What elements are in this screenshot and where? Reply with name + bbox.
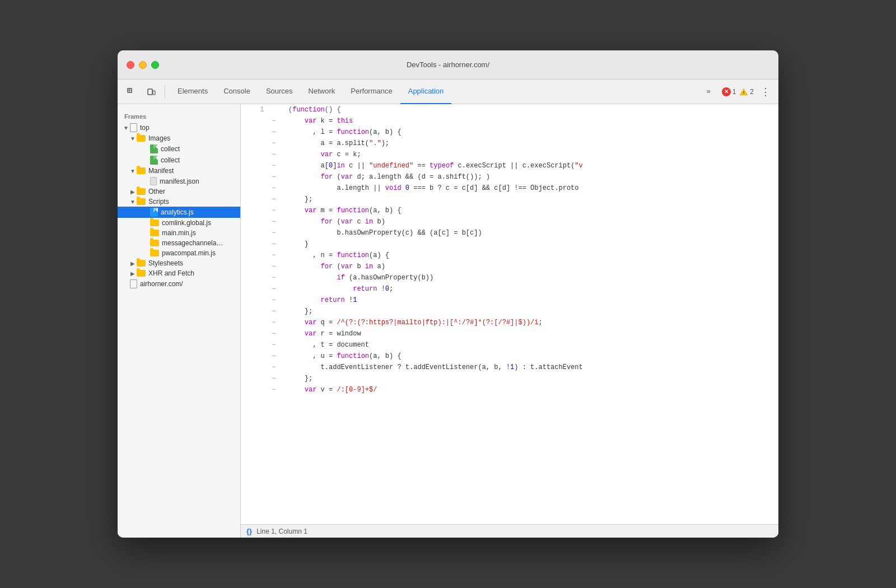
sidebar-item-comlink-global-js[interactable]: comlink.global.js — [118, 218, 240, 228]
line-number — [241, 183, 268, 194]
cursor-position: Line 1, Column 1 — [256, 528, 307, 535]
line-code: return !0; — [286, 283, 778, 295]
more-tabs-button[interactable]: » — [698, 80, 718, 104]
arrow-icon: ▶ — [129, 260, 137, 267]
sidebar-item-manifest[interactable]: ▼ Manifest — [118, 166, 240, 176]
warning-icon: ! — [739, 88, 748, 96]
code-line-8: − a.length || void 0 === b ? c = c[d] &&… — [241, 183, 778, 194]
sidebar-item-top[interactable]: ▼ top — [118, 122, 240, 133]
line-gutter: − — [268, 239, 286, 250]
sidebar-item-stylesheets[interactable]: ▶ Stylesheets — [118, 258, 240, 268]
sidebar-item-airhorner[interactable]: airhorner.com/ — [118, 278, 240, 290]
line-number — [241, 127, 268, 138]
arrow-icon: ▼ — [129, 136, 137, 142]
tree-label: airhorner.com/ — [140, 280, 183, 288]
folder-icon — [150, 240, 159, 246]
main-content: Frames ▼ top ▼ Images collect — [118, 104, 778, 538]
folder-icon — [137, 260, 146, 267]
line-code: return !1 — [286, 295, 778, 306]
sidebar-item-other[interactable]: ▶ Other — [118, 186, 240, 197]
code-line-4: − a = a.split("."); — [241, 138, 778, 149]
folder-icon — [137, 198, 146, 205]
line-code: var k = this — [286, 115, 778, 127]
device-toggle-button[interactable] — [142, 83, 160, 101]
code-line-22: − , t = document — [241, 339, 778, 351]
code-line-24: − t.addEventListener ? t.addEventListene… — [241, 362, 778, 373]
warning-count: 2 — [750, 88, 754, 96]
folder-icon — [137, 188, 146, 195]
sidebar-item-manifest-json[interactable]: manifest.json — [118, 176, 240, 186]
line-gutter: − — [268, 160, 286, 171]
arrow-icon: ▼ — [122, 125, 130, 131]
svg-rect-4 — [153, 91, 155, 95]
sidebar-item-main-min-js[interactable]: main.min.js — [118, 228, 240, 238]
tree-label: Manifest — [148, 167, 174, 175]
code-panel: 1 (function() { − var k = this − — [241, 104, 778, 538]
line-code: var c = k; — [286, 149, 778, 160]
tree-label: collect — [161, 145, 180, 153]
tab-performance[interactable]: Performance — [343, 80, 400, 104]
tab-application[interactable]: Application — [400, 80, 452, 104]
minimize-button[interactable] — [139, 61, 147, 69]
line-number — [241, 239, 268, 250]
tab-elements[interactable]: Elements — [170, 80, 216, 104]
code-line-6: − a[0]in c || "undefined" == typeof c.ex… — [241, 160, 778, 171]
line-number — [241, 194, 268, 205]
maximize-button[interactable] — [151, 61, 159, 69]
line-code: , u = function(a, b) { — [286, 351, 778, 362]
tab-network[interactable]: Network — [301, 80, 343, 104]
line-gutter: − — [268, 384, 286, 395]
format-button[interactable]: {} — [246, 527, 252, 535]
sidebar-item-collect-2[interactable]: collect — [118, 155, 240, 166]
line-number: 1 — [241, 104, 268, 115]
line-number — [241, 306, 268, 317]
line-gutter: − — [268, 149, 286, 160]
toolbar-right: » ✕ 1 ! 2 ⋮ — [698, 80, 774, 104]
code-line-13: − } — [241, 239, 778, 250]
line-gutter: − — [268, 328, 286, 339]
line-code: if (a.hasOwnProperty(b)) — [286, 272, 778, 283]
sidebar-item-scripts[interactable]: ▼ Scripts — [118, 197, 240, 207]
line-gutter: − — [268, 261, 286, 272]
line-number — [241, 250, 268, 261]
line-code: var q = /^(?:(?:https?|mailto|ftp):|[^:/… — [286, 317, 778, 328]
tree-label: collect — [161, 156, 180, 164]
line-code: a[0]in c || "undefined" == typeof c.exec… — [286, 160, 778, 171]
error-badge: ✕ 1 — [722, 87, 736, 96]
sidebar-item-analytics-js[interactable]: analytics.js — [118, 207, 240, 218]
window-title: DevTools - airhorner.com/ — [407, 60, 489, 69]
page-icon — [130, 123, 137, 132]
kebab-menu-button[interactable]: ⋮ — [757, 86, 774, 98]
sidebar-item-xhr-and-fetch[interactable]: ▶ XHR and Fetch — [118, 268, 240, 278]
sidebar-item-messagechannelada[interactable]: messagechannelada — [118, 238, 240, 248]
tree-label: analytics.js — [161, 208, 194, 216]
tab-sources[interactable]: Sources — [258, 80, 301, 104]
sidebar-item-pwacompat-min-js[interactable]: pwacompat.min.js — [118, 248, 240, 258]
tree-label: top — [140, 124, 150, 132]
line-gutter: − — [268, 317, 286, 328]
line-code: b.hasOwnProperty(c) && (a[c] = b[c]) — [286, 227, 778, 239]
line-gutter: − — [268, 183, 286, 194]
code-line-15: − for (var b in a) — [241, 261, 778, 272]
tree-label: manifest.json — [160, 178, 199, 185]
close-button[interactable] — [127, 61, 134, 69]
toolbar: Elements Console Sources Network Perform… — [118, 80, 778, 104]
inspect-element-button[interactable] — [122, 83, 140, 101]
code-line-26: − var v = /:[0-9]+$/ — [241, 384, 778, 395]
tree-label: comlink.global.js — [162, 219, 211, 227]
line-gutter: − — [268, 115, 286, 127]
sidebar-item-images[interactable]: ▼ Images — [118, 133, 240, 143]
line-gutter: − — [268, 362, 286, 373]
tree-label: Scripts — [148, 198, 169, 206]
tree-label: Stylesheets — [148, 259, 183, 267]
tree-label: XHR and Fetch — [148, 269, 194, 277]
code-line-21: − var r = window — [241, 328, 778, 339]
line-number — [241, 216, 268, 227]
tab-console[interactable]: Console — [216, 80, 258, 104]
code-area[interactable]: 1 (function() { − var k = this − — [241, 104, 778, 524]
code-line-20: − var q = /^(?:(?:https?|mailto|ftp):|[^… — [241, 317, 778, 328]
tree-label: pwacompat.min.js — [162, 249, 216, 257]
line-gutter: − — [268, 194, 286, 205]
sidebar-item-collect-1[interactable]: collect — [118, 143, 240, 155]
line-code: , n = function(a) { — [286, 250, 778, 261]
